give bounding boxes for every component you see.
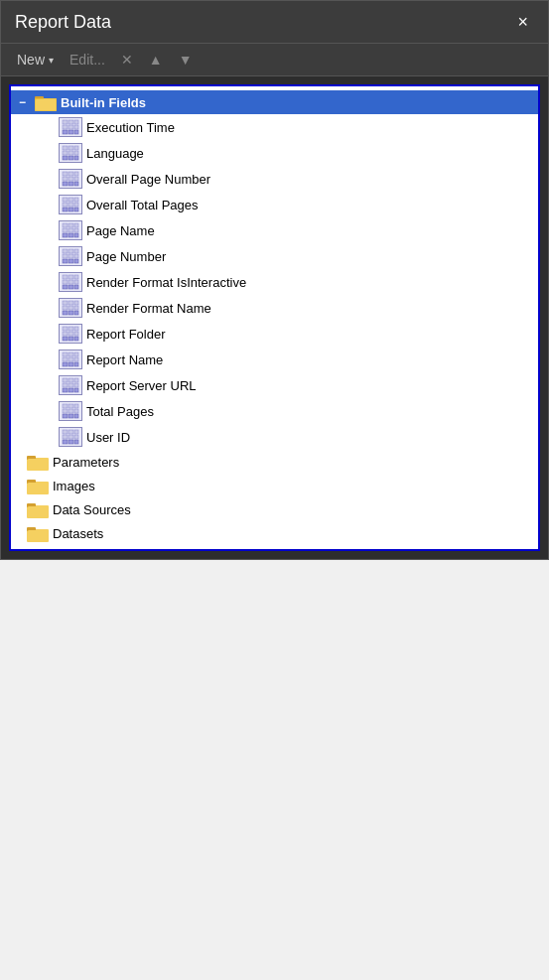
- collapse-icon: −: [19, 95, 31, 109]
- svg-rect-30: [74, 182, 78, 186]
- svg-rect-116: [69, 435, 73, 439]
- field-label: Overall Page Number: [86, 172, 210, 187]
- svg-rect-95: [69, 378, 73, 382]
- tree-item-report-server-url[interactable]: Report Server URL: [11, 372, 538, 398]
- svg-rect-8: [69, 125, 73, 129]
- svg-rect-48: [74, 233, 78, 237]
- svg-rect-102: [74, 388, 78, 392]
- svg-rect-50: [69, 249, 73, 253]
- up-arrow-icon: ▲: [149, 52, 163, 68]
- tree-item-language[interactable]: Language: [11, 140, 538, 166]
- svg-rect-20: [69, 156, 73, 160]
- svg-rect-77: [69, 327, 73, 331]
- svg-rect-45: [74, 228, 78, 232]
- down-arrow-icon: ▼: [179, 52, 193, 68]
- svg-rect-61: [63, 280, 68, 284]
- svg-rect-71: [69, 306, 73, 310]
- svg-rect-82: [63, 337, 68, 341]
- svg-rect-110: [69, 414, 73, 418]
- tree-item-datasets[interactable]: Datasets: [11, 521, 538, 545]
- svg-rect-37: [63, 208, 68, 211]
- field-label: Page Number: [86, 249, 166, 264]
- delete-icon: ✕: [121, 52, 133, 68]
- svg-rect-22: [63, 172, 68, 176]
- tree-item-user-id[interactable]: User ID: [11, 424, 538, 450]
- svg-rect-87: [74, 352, 78, 356]
- svg-rect-66: [74, 285, 78, 289]
- svg-rect-73: [63, 311, 68, 315]
- svg-rect-29: [69, 182, 73, 186]
- svg-rect-75: [74, 311, 78, 315]
- field-label: Execution Time: [86, 120, 175, 135]
- field-label: Overall Total Pages: [86, 198, 199, 212]
- root-label: Built-in Fields: [61, 95, 146, 110]
- tree-item-images[interactable]: Images: [11, 474, 538, 497]
- tree-item-built-in-fields[interactable]: − Built-in Fields: [11, 90, 538, 114]
- field-icon: [59, 143, 82, 163]
- category-label: Images: [53, 479, 95, 493]
- field-label: Report Name: [86, 352, 163, 367]
- svg-rect-13: [63, 146, 68, 150]
- field-label: User ID: [86, 430, 130, 445]
- close-button[interactable]: ×: [511, 11, 534, 33]
- folder-icon: [27, 524, 49, 542]
- category-label: Parameters: [53, 455, 119, 470]
- svg-rect-19: [63, 156, 68, 160]
- svg-rect-46: [63, 233, 68, 237]
- tree-item-render-format-isinteractive[interactable]: Render Format IsInteractive: [11, 269, 538, 295]
- svg-rect-14: [69, 146, 73, 150]
- svg-rect-96: [74, 378, 78, 382]
- tree-item-total-pages[interactable]: Total Pages: [11, 398, 538, 424]
- edit-button[interactable]: Edit...: [64, 50, 111, 70]
- svg-rect-4: [63, 120, 68, 124]
- delete-button[interactable]: ✕: [115, 50, 139, 70]
- svg-rect-98: [69, 383, 73, 387]
- tree-item-page-name[interactable]: Page Name: [11, 217, 538, 243]
- move-down-button[interactable]: ▼: [173, 50, 199, 70]
- field-label: Report Folder: [86, 327, 165, 342]
- svg-rect-58: [63, 275, 68, 279]
- tree-item-page-number[interactable]: Page Number: [11, 243, 538, 269]
- svg-rect-111: [74, 414, 78, 418]
- new-arrow: ▾: [49, 55, 54, 66]
- svg-rect-90: [74, 357, 78, 361]
- svg-rect-100: [63, 388, 68, 392]
- tree-item-report-name[interactable]: Report Name: [11, 347, 538, 372]
- svg-rect-115: [63, 435, 68, 439]
- tree-item-overall-total-pages[interactable]: Overall Total Pages: [11, 192, 538, 217]
- svg-rect-51: [74, 249, 78, 253]
- svg-rect-108: [74, 409, 78, 413]
- svg-rect-118: [63, 440, 68, 444]
- move-up-button[interactable]: ▲: [143, 50, 169, 70]
- svg-rect-54: [74, 254, 78, 258]
- tree-item-render-format-name[interactable]: Render Format Name: [11, 295, 538, 321]
- tree-item-data-sources[interactable]: Data Sources: [11, 497, 538, 521]
- svg-rect-53: [69, 254, 73, 258]
- field-icon: [59, 324, 82, 344]
- svg-rect-105: [74, 404, 78, 408]
- svg-rect-120: [74, 440, 78, 444]
- svg-rect-93: [74, 362, 78, 366]
- svg-rect-27: [74, 177, 78, 181]
- tree-item-overall-page-number[interactable]: Overall Page Number: [11, 166, 538, 192]
- svg-rect-65: [69, 285, 73, 289]
- svg-rect-106: [63, 409, 68, 413]
- tree-item-parameters[interactable]: Parameters: [11, 450, 538, 474]
- svg-rect-10: [63, 130, 68, 134]
- svg-rect-18: [74, 151, 78, 155]
- category-label: Data Sources: [53, 502, 131, 517]
- tree-item-report-folder[interactable]: Report Folder: [11, 321, 538, 347]
- svg-rect-36: [74, 203, 78, 207]
- field-icon: [59, 195, 82, 214]
- svg-rect-28: [63, 182, 68, 186]
- svg-rect-123: [28, 459, 48, 470]
- new-button[interactable]: New ▾: [11, 50, 60, 70]
- svg-rect-59: [69, 275, 73, 279]
- tree-item-execution-time[interactable]: Execution Time: [11, 114, 538, 140]
- svg-rect-114: [74, 430, 78, 434]
- svg-rect-35: [69, 203, 73, 207]
- report-data-panel: Report Data × New ▾ Edit... ✕ ▲ ▼ −: [0, 0, 549, 560]
- svg-rect-99: [74, 383, 78, 387]
- svg-rect-52: [63, 254, 68, 258]
- svg-rect-26: [69, 177, 73, 181]
